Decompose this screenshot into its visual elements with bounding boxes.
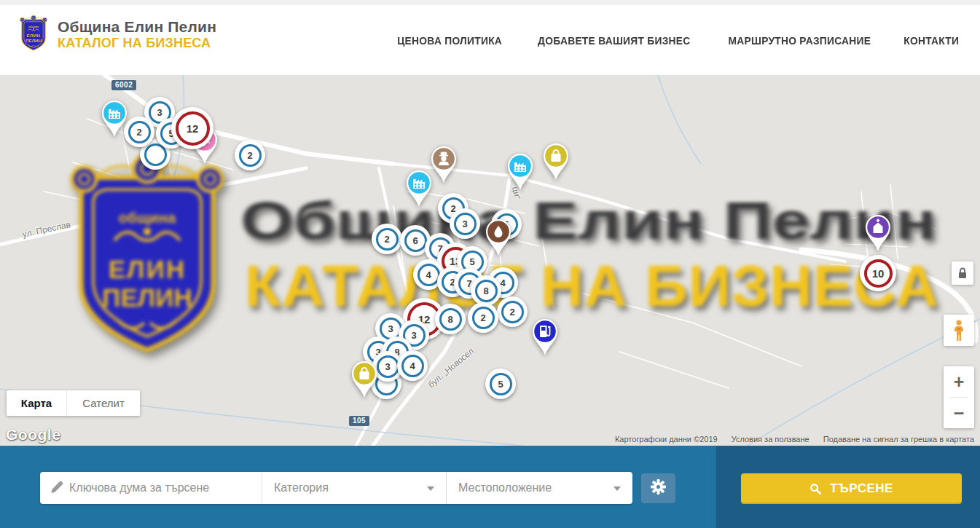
map-pin-fuel[interactable] (528, 315, 562, 357)
cluster-count: 2 (480, 312, 485, 323)
nav-item-contacts[interactable]: КОНТАКТИ (904, 34, 960, 47)
search-fields-bar: Категория Местоположение (40, 472, 632, 504)
map-pin-factory[interactable] (401, 166, 436, 208)
map-attribution: Картографски данни ©2019 Условия за полз… (615, 435, 974, 444)
map-cluster[interactable]: 8 (435, 304, 466, 334)
chevron-down-icon (427, 486, 434, 491)
main-nav: ЦЕНОВА ПОЛИТИКА ДОБАВЕТЕ ВАШИЯТ БИЗНЕС М… (393, 5, 962, 75)
search-button-label: ТЪРСЕНЕ (830, 481, 893, 496)
location-select[interactable]: Местоположение (447, 472, 632, 504)
lock-button[interactable] (952, 261, 973, 285)
map-cluster[interactable]: 2 (235, 140, 265, 170)
site-header: община ЕЛИН ПЕЛИН Община Елин Пелин КАТА… (0, 5, 980, 76)
cluster-count: 8 (483, 285, 488, 296)
google-map[interactable]: 6002105 ул. Преславбул. „Новоселци“ 3251… (0, 75, 980, 446)
map-cluster[interactable]: 4 (397, 350, 428, 381)
municipality-emblem-icon: община ЕЛИН ПЕЛИН (17, 13, 50, 55)
site-title: Община Елин Пелин (58, 18, 216, 36)
cluster-count: 3 (157, 107, 162, 118)
nav-item-add-business[interactable]: ДОБАВЕТЕ ВАШИЯТ БИЗНЕС (538, 34, 690, 47)
map-cluster[interactable]: 2 (497, 296, 528, 327)
cluster-count: 12 (187, 122, 199, 135)
category-select-value: Категория (262, 481, 446, 494)
map-cluster[interactable]: 12 (171, 107, 213, 149)
site-logo[interactable]: община ЕЛИН ПЕЛИН Община Елин Пелин КАТА… (17, 13, 216, 55)
attribution-copyright: Картографски данни ©2019 (615, 435, 718, 444)
map-pin-bag[interactable] (347, 357, 382, 399)
map-type-map-button[interactable]: Карта (7, 390, 66, 416)
cluster-count: 3 (385, 361, 390, 372)
cluster-count: 5 (469, 256, 474, 267)
zoom-out-button[interactable]: − (944, 398, 974, 428)
advanced-settings-button[interactable] (641, 473, 675, 503)
lock-icon (957, 267, 968, 280)
road-shield: 105 (349, 416, 369, 426)
cluster-count: 3 (462, 218, 467, 229)
cluster-count: 8 (447, 314, 452, 325)
map-pin-factory[interactable] (503, 149, 538, 192)
cluster-count: 4 (426, 269, 431, 280)
search-submit-button[interactable]: ТЪРСЕНЕ (741, 473, 962, 504)
category-select[interactable]: Категория (262, 472, 447, 504)
cluster-count: 3 (411, 330, 416, 341)
cluster-count: 2 (384, 234, 389, 245)
svg-text:ЕЛИН: ЕЛИН (27, 33, 41, 38)
cluster-count: 6 (412, 235, 418, 246)
map-pin-bag[interactable] (538, 139, 573, 181)
google-logo[interactable]: Google (6, 426, 60, 444)
map-type-satellite-button[interactable]: Сателит (66, 390, 140, 416)
search-icon (810, 483, 822, 495)
map-cluster[interactable]: 3 (450, 208, 480, 239)
map-cluster[interactable]: 8 (471, 275, 501, 306)
map-cluster[interactable]: 5 (485, 369, 516, 399)
pencil-icon (49, 481, 63, 498)
attribution-report-link[interactable]: Подаване на сигнал за грешка в картата (823, 435, 974, 444)
site-subtitle: КАТАЛОГ НА БИЗНЕСА (58, 36, 216, 51)
cluster-count: 4 (409, 360, 415, 371)
svg-text:ПЕЛИН: ПЕЛИН (26, 38, 42, 43)
cluster-count: 2 (136, 127, 141, 138)
map-pin-church[interactable] (861, 210, 895, 253)
cluster-count: 10 (872, 267, 885, 280)
search-panel: Категория Местоположение ТЪРСЕНЕ (0, 446, 980, 528)
attribution-terms-link[interactable]: Условия за ползване (732, 435, 810, 444)
page-top-strip (0, 0, 980, 5)
nav-item-timetable[interactable]: МАРШРУТНО РАЗПИСАНИЕ (728, 34, 871, 47)
pegman-button[interactable] (944, 315, 974, 346)
cluster-count: 5 (498, 379, 503, 390)
map-pin-flame[interactable] (481, 215, 516, 257)
road-shield: 6002 (111, 80, 136, 90)
zoom-in-button[interactable]: + (944, 366, 974, 397)
cluster-count: 3 (388, 323, 393, 334)
cluster-count: 2 (509, 307, 514, 318)
zoom-control: + − (944, 366, 974, 428)
gear-icon (650, 478, 667, 498)
pegman-icon (952, 320, 966, 342)
map-cluster[interactable]: 2 (468, 302, 498, 333)
keyword-search-input[interactable] (40, 472, 262, 504)
map-pin-factory[interactable] (97, 96, 132, 138)
map-cluster[interactable]: 10 (860, 255, 896, 291)
svg-text:община: община (28, 25, 39, 28)
nav-item-pricing[interactable]: ЦЕНОВА ПОЛИТИКА (397, 34, 502, 47)
map-cluster[interactable]: 2 (372, 224, 402, 254)
keyword-field-wrap (40, 472, 262, 504)
location-select-value: Местоположение (447, 481, 632, 494)
map-type-control: Карта Сателит (7, 390, 140, 416)
chevron-down-icon (614, 486, 621, 491)
cluster-count: 2 (247, 150, 252, 161)
